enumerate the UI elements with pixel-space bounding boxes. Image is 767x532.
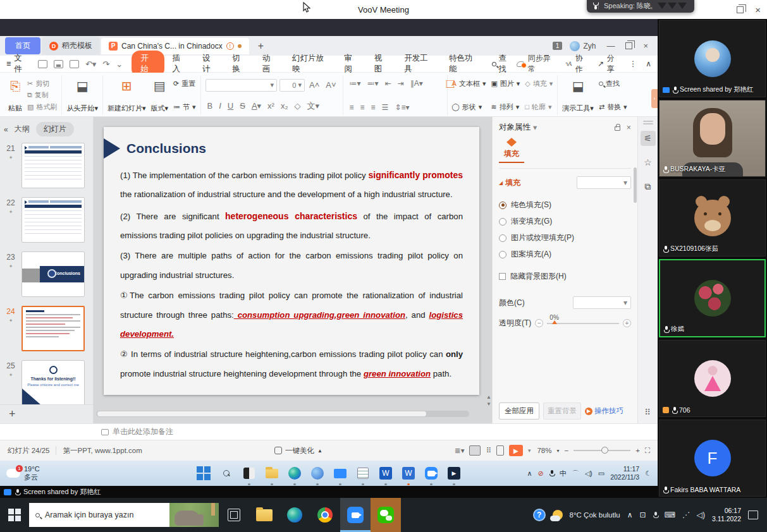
arrange-button[interactable]: ≋ 排列▾ bbox=[491, 102, 520, 112]
save-icon[interactable] bbox=[38, 60, 47, 68]
inner-weather-widget[interactable]: 19°C多云 bbox=[6, 465, 40, 482]
inner-tray-chevron[interactable]: ∧ bbox=[527, 469, 532, 478]
wps-close-button[interactable]: × bbox=[640, 41, 651, 51]
fill-section-header[interactable]: ◢填充 ▾ bbox=[499, 176, 631, 189]
transparency-plus-button[interactable]: + bbox=[623, 319, 631, 327]
indent-button[interactable]: ⇥ bbox=[396, 79, 406, 88]
close-button[interactable]: × bbox=[755, 5, 761, 15]
format-painter-button[interactable]: ▧ 格式刷 bbox=[27, 102, 57, 112]
inner-mic-icon[interactable] bbox=[549, 470, 554, 476]
superscript-button[interactable]: x² bbox=[266, 101, 276, 111]
inner-volume-icon[interactable]: ◁) bbox=[585, 469, 592, 478]
doc-info-icon[interactable]: ! bbox=[226, 42, 234, 50]
inner-widgets-icon[interactable] bbox=[241, 465, 257, 481]
zoom-knob[interactable] bbox=[601, 447, 608, 454]
ribbon-expand-arrow[interactable]: › bbox=[651, 89, 658, 108]
outline-tab[interactable]: 大纲 bbox=[15, 124, 30, 135]
inner-blocked-icon[interactable]: ⊘ bbox=[537, 469, 543, 478]
cut-button[interactable]: ✂ 剪切 bbox=[27, 79, 57, 88]
properties-title[interactable]: 对象属性 bbox=[499, 122, 531, 133]
grid-view-icon[interactable]: ⠿ bbox=[644, 408, 651, 417]
notes-bar[interactable]: 单击此处添加备注 bbox=[0, 423, 658, 440]
font-family-select[interactable]: ▾ bbox=[206, 79, 277, 92]
tray-mic-icon[interactable] bbox=[653, 512, 658, 518]
add-slide-button[interactable]: + bbox=[9, 408, 16, 421]
layout-button[interactable]: ▤ 版式▾ bbox=[150, 78, 168, 113]
inner-word-icon[interactable]: W bbox=[377, 465, 394, 481]
slide-sorter-icon[interactable]: ⠿ bbox=[486, 446, 491, 455]
ribbon-find-button[interactable]: 查找 bbox=[599, 79, 627, 88]
slide-thumbnail-22[interactable]: 22✦ bbox=[0, 197, 90, 243]
font-color-button[interactable]: A▾ bbox=[250, 101, 263, 111]
paste-button[interactable]: ⎘ 粘贴 bbox=[8, 78, 22, 113]
reset-background-button[interactable]: 重置背景 bbox=[543, 402, 581, 420]
participant-tile-video[interactable]: BUSRAKAYA-卡亚 bbox=[659, 100, 766, 177]
participant-tile-bear[interactable]: SX2109106张茹 bbox=[659, 179, 766, 257]
task-view-button[interactable] bbox=[219, 498, 249, 532]
taskbar-clock[interactable]: 06:173.11.2022 bbox=[712, 507, 741, 523]
slide-thumbnail-23[interactable]: 23✦Conclusions bbox=[0, 251, 90, 297]
taskbar-weather[interactable]: 8°C Çok bulutlu bbox=[570, 511, 620, 519]
bold-button[interactable]: B bbox=[206, 101, 215, 111]
edge-icon[interactable] bbox=[279, 498, 310, 532]
subscript-button[interactable]: x₂ bbox=[279, 101, 290, 111]
sync-status[interactable]: 同步异常 bbox=[517, 53, 556, 75]
taskbar-search[interactable]: Aramak için buraya yazın bbox=[29, 503, 219, 527]
chrome-icon[interactable] bbox=[310, 498, 340, 532]
collab-button[interactable]: ᝰ 协作 bbox=[565, 53, 589, 75]
bullets-button[interactable]: ≔▾ bbox=[348, 79, 363, 88]
wps-restore-button[interactable] bbox=[625, 42, 632, 49]
notification-center-icon[interactable] bbox=[748, 511, 758, 519]
lock-icon[interactable] bbox=[615, 126, 620, 131]
slider-thumb[interactable] bbox=[552, 320, 557, 324]
wechat-icon[interactable] bbox=[371, 498, 401, 532]
more-menu-icon[interactable]: ⋮ bbox=[629, 59, 637, 68]
wps-minimize-button[interactable]: — bbox=[603, 41, 618, 51]
normal-view-icon[interactable] bbox=[469, 445, 481, 456]
thumbnail-preview[interactable]: Conclusions bbox=[21, 251, 85, 297]
transparency-minus-button[interactable]: − bbox=[535, 319, 543, 327]
thumbnail-preview[interactable]: Thanks for listening!!Please criticize a… bbox=[21, 360, 85, 404]
zoom-level[interactable]: 78% bbox=[537, 447, 551, 454]
participant-tile-706[interactable]: 706 bbox=[659, 340, 766, 417]
fullscreen-icon[interactable]: ⛶ bbox=[645, 447, 650, 455]
notification-badge[interactable]: 1 bbox=[553, 42, 563, 50]
more-chevron-icon[interactable]: ⌄ bbox=[116, 59, 123, 69]
voov-meeting-icon[interactable] bbox=[340, 498, 371, 532]
thumbnail-preview[interactable] bbox=[21, 197, 85, 243]
participant-tile-sharer[interactable]: Screen shared by 郑艳红 bbox=[659, 20, 766, 97]
transparency-slider[interactable]: 0% bbox=[547, 323, 619, 324]
replace-button[interactable]: ⇄ 替换▾ bbox=[599, 102, 627, 112]
shapes-strip-icon[interactable]: ⧉ bbox=[641, 179, 656, 194]
copy-button[interactable]: ⧉ 复制 bbox=[27, 90, 57, 100]
fill-option-3[interactable]: 图案填充(A) bbox=[499, 249, 631, 260]
share-button[interactable]: ↗ 分享 bbox=[598, 53, 620, 75]
tray-keyboard-icon[interactable]: ⌨ bbox=[665, 511, 675, 519]
slides-tab[interactable]: 幻灯片 bbox=[36, 122, 74, 136]
align-center-button[interactable]: ≡ bbox=[359, 103, 367, 112]
wps-home-tab[interactable]: 首页 bbox=[5, 37, 40, 54]
inner-explorer-icon[interactable] bbox=[264, 465, 280, 481]
align-right-button[interactable]: ≡ bbox=[369, 103, 377, 112]
wps-docer-tab[interactable]: D 稻壳模板 bbox=[42, 37, 100, 55]
align-left-button[interactable]: ≡ bbox=[348, 103, 356, 112]
justify-button[interactable]: ☰ bbox=[380, 103, 391, 112]
from-beginning-button[interactable]: ⬓ 从头开始▾ bbox=[66, 78, 98, 113]
hide-background-checkbox[interactable]: 隐藏背景图形(H) bbox=[499, 271, 631, 282]
fill-tab[interactable]: 填充 bbox=[499, 138, 524, 163]
beautify-button[interactable]: 一键美化▲ bbox=[274, 446, 322, 456]
fill-option-0[interactable]: 纯色填充(S) bbox=[499, 200, 631, 210]
fill-button[interactable]: ◇ 填充▾ bbox=[525, 79, 553, 88]
help-icon[interactable]: ? bbox=[533, 509, 546, 521]
present-tools-button[interactable]: ⬓ 演示工具▾ bbox=[562, 78, 594, 113]
vertical-scrollbar[interactable] bbox=[486, 119, 491, 360]
outdent-button[interactable]: ⇤ bbox=[383, 79, 393, 88]
inner-night-mode-icon[interactable]: ☾ bbox=[645, 469, 651, 478]
explorer-icon[interactable] bbox=[249, 498, 279, 532]
tray-chevron[interactable]: ∧ bbox=[627, 511, 633, 519]
tray-app-icon[interactable]: ⊡ bbox=[639, 511, 646, 519]
inner-browser-icon[interactable] bbox=[309, 465, 326, 481]
inner-excel-icon[interactable] bbox=[355, 465, 371, 481]
shapes-button[interactable]: ◯ 形状▾ bbox=[452, 102, 486, 112]
color-select[interactable]: ▾ bbox=[573, 296, 631, 309]
